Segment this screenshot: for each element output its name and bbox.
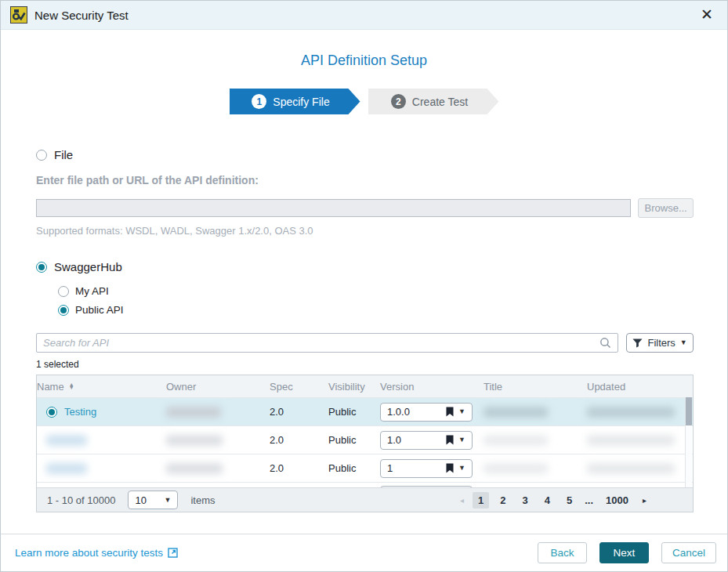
chevron-down-icon: ▼ bbox=[165, 497, 172, 504]
filters-label: Filters bbox=[647, 337, 675, 349]
sort-icon[interactable]: ▲▼ bbox=[69, 383, 74, 389]
page-3[interactable]: 3 bbox=[517, 492, 534, 509]
prev-page-icon[interactable]: ◂ bbox=[457, 494, 467, 506]
scrollbar-thumb[interactable] bbox=[686, 397, 692, 425]
items-label: items bbox=[190, 494, 215, 506]
redacted-title bbox=[484, 407, 548, 418]
page-title: API Definition Setup bbox=[1, 52, 727, 69]
file-path-label: Enter file path or URL of the API defini… bbox=[36, 174, 694, 186]
browse-button[interactable]: Browse... bbox=[638, 198, 694, 218]
table-row[interactable]: 2.0 Public 1 ▼ bbox=[37, 454, 693, 482]
page-1000[interactable]: 1000 bbox=[600, 492, 634, 509]
search-icon[interactable] bbox=[599, 337, 611, 349]
filter-funnel-icon bbox=[632, 338, 643, 348]
row-select-radio[interactable] bbox=[46, 407, 57, 418]
titlebar: New Security Test ✕ bbox=[1, 1, 727, 30]
api-name-link[interactable]: Testing bbox=[64, 406, 96, 418]
redacted-name bbox=[46, 463, 87, 474]
column-header-name[interactable]: Name ▲▼ bbox=[37, 381, 166, 393]
visibility-value: Public bbox=[328, 434, 380, 446]
visibility-value: Public bbox=[328, 462, 380, 474]
step-number-2: 2 bbox=[391, 94, 406, 109]
public-api-label: Public API bbox=[75, 304, 124, 316]
external-link-icon bbox=[168, 548, 178, 558]
redacted-name bbox=[46, 435, 87, 446]
search-input[interactable] bbox=[37, 337, 599, 349]
chevron-down-icon: ▼ bbox=[680, 339, 687, 346]
redacted-updated bbox=[587, 435, 675, 446]
page-5[interactable]: 5 bbox=[561, 492, 578, 509]
new-security-test-dialog: New Security Test ✕ API Definition Setup… bbox=[0, 0, 728, 572]
public-api-radio[interactable] bbox=[58, 305, 69, 316]
filters-button[interactable]: Filters ▼ bbox=[626, 333, 694, 353]
my-api-radio[interactable] bbox=[58, 286, 69, 297]
redacted-owner bbox=[166, 407, 221, 418]
pager: ◂ 1 2 3 4 5 ... 1000 ▸ bbox=[457, 492, 650, 509]
step-number-1: 1 bbox=[252, 94, 266, 109]
page-1[interactable]: 1 bbox=[473, 492, 489, 509]
dialog-title: New Security Test bbox=[34, 9, 129, 22]
visibility-value: Public bbox=[328, 406, 380, 418]
bookmark-icon bbox=[446, 435, 454, 445]
redacted-updated bbox=[587, 407, 675, 418]
column-header-spec[interactable]: Spec bbox=[270, 381, 328, 393]
page-2[interactable]: 2 bbox=[494, 492, 511, 509]
table-scrollbar[interactable] bbox=[685, 397, 692, 487]
learn-more-link[interactable]: Learn more about security tests bbox=[15, 547, 178, 559]
selected-count: 1 selected bbox=[36, 359, 694, 370]
next-button[interactable]: Next bbox=[599, 542, 649, 563]
file-path-input[interactable] bbox=[36, 199, 631, 217]
items-range: 1 - 10 of 10000 bbox=[47, 494, 115, 506]
step-label-1: Specify File bbox=[273, 96, 329, 108]
readyapi-logo-icon bbox=[10, 6, 27, 24]
spec-value: 2.0 bbox=[270, 462, 328, 474]
search-box bbox=[36, 333, 618, 353]
my-api-option[interactable]: My API bbox=[58, 285, 694, 297]
api-table: Name ▲▼ Owner Spec Visibility Version Ti… bbox=[36, 375, 694, 512]
step-create-test[interactable]: 2 Create Test bbox=[368, 89, 499, 114]
table-row[interactable]: Testing 2.0 Public 1.0.0 ▼ bbox=[37, 397, 693, 425]
chevron-down-icon: ▼ bbox=[458, 436, 465, 443]
file-radio-label: File bbox=[54, 148, 73, 161]
column-header-updated[interactable]: Updated bbox=[587, 381, 693, 393]
redacted-owner bbox=[166, 463, 223, 474]
public-api-option[interactable]: Public API bbox=[58, 304, 694, 316]
next-page-icon[interactable]: ▸ bbox=[639, 494, 650, 506]
redacted-title bbox=[484, 463, 548, 474]
spec-value: 2.0 bbox=[270, 434, 328, 446]
redacted-title bbox=[484, 435, 548, 446]
wizard-steps: 1 Specify File 2 Create Test bbox=[1, 89, 727, 114]
column-header-visibility[interactable]: Visibility bbox=[328, 381, 380, 393]
page-size-dropdown[interactable]: 10 ▼ bbox=[128, 491, 178, 509]
back-button[interactable]: Back bbox=[538, 542, 587, 563]
version-dropdown[interactable]: 1 ▼ bbox=[380, 459, 473, 478]
cancel-button[interactable]: Cancel bbox=[661, 542, 716, 563]
swaggerhub-radio[interactable] bbox=[36, 262, 47, 273]
column-header-title[interactable]: Title bbox=[484, 381, 587, 393]
page-ellipsis: ... bbox=[583, 494, 595, 506]
version-dropdown[interactable]: 1.0 ▼ bbox=[380, 431, 473, 450]
bookmark-icon bbox=[446, 463, 454, 473]
supported-formats-hint: Supported formats: WSDL, WADL, Swagger 1… bbox=[36, 225, 694, 237]
table-row[interactable]: 2.0 Public 1.0 ▼ bbox=[37, 425, 693, 454]
redacted-owner bbox=[166, 435, 223, 446]
bookmark-icon bbox=[446, 407, 454, 417]
chevron-down-icon: ▼ bbox=[458, 465, 465, 472]
swaggerhub-radio-label: SwaggerHub bbox=[54, 260, 122, 273]
footer: Learn more about security tests Back Nex… bbox=[1, 534, 727, 571]
spec-value: 2.0 bbox=[270, 406, 328, 418]
column-header-owner[interactable]: Owner bbox=[166, 381, 270, 393]
pagination-bar: 1 - 10 of 10000 10 ▼ items ◂ 1 2 3 4 5 .… bbox=[37, 487, 693, 512]
close-icon[interactable]: ✕ bbox=[696, 4, 718, 26]
version-dropdown[interactable]: 1.0.0 ▼ bbox=[380, 403, 473, 422]
table-row-partial[interactable] bbox=[37, 482, 693, 487]
file-radio[interactable] bbox=[36, 150, 47, 161]
table-header: Name ▲▼ Owner Spec Visibility Version Ti… bbox=[37, 375, 693, 397]
page-4[interactable]: 4 bbox=[539, 492, 556, 509]
column-header-version[interactable]: Version bbox=[380, 381, 484, 393]
learn-more-label: Learn more about security tests bbox=[15, 547, 163, 559]
chevron-down-icon: ▼ bbox=[458, 408, 465, 415]
redacted-updated bbox=[587, 463, 675, 474]
version-dropdown[interactable] bbox=[380, 486, 473, 487]
step-specify-file[interactable]: 1 Specify File bbox=[230, 89, 360, 114]
